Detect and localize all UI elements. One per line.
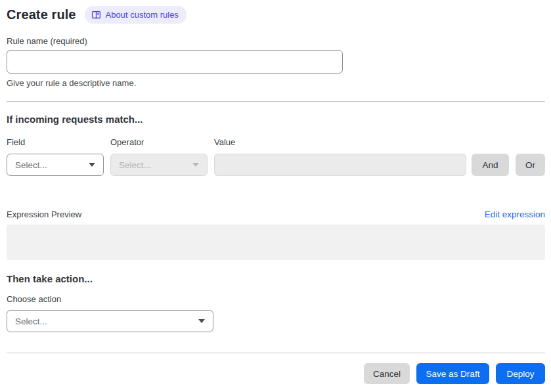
about-custom-rules-link[interactable]: About custom rules (85, 6, 187, 24)
rule-name-label: Rule name (required) (7, 36, 87, 46)
choose-action-select[interactable]: Select... (7, 310, 213, 332)
and-button[interactable]: And (472, 154, 509, 176)
or-button[interactable]: Or (516, 154, 545, 176)
page-header: Create rule About custom rules (7, 6, 545, 23)
page-title: Create rule (7, 7, 76, 22)
expression-preview-label: Expression Preview (7, 209, 81, 219)
chevron-down-icon (192, 163, 199, 167)
rule-name-helper: Give your rule a descriptive name. (7, 78, 545, 88)
match-labels-row: Field Operator Value (7, 137, 545, 147)
book-icon (91, 10, 101, 20)
choose-action-label: Choose action (7, 294, 545, 304)
operator-label: Operator (110, 137, 214, 147)
field-select-placeholder: Select... (15, 160, 47, 170)
edit-expression-link[interactable]: Edit expression (485, 209, 545, 219)
operator-select-placeholder: Select... (119, 160, 151, 170)
chevron-down-icon (89, 163, 95, 167)
match-section-heading: If incoming requests match... (7, 114, 545, 125)
rule-name-input[interactable] (7, 50, 343, 74)
operator-select[interactable]: Select... (110, 154, 208, 176)
chevron-down-icon (198, 319, 205, 323)
choose-action-placeholder: Select... (15, 316, 47, 326)
about-custom-rules-label: About custom rules (106, 11, 179, 19)
footer-actions: Cancel Save as Draft Deploy (7, 363, 545, 384)
footer-divider (7, 353, 545, 353)
action-section-heading: Then take action... (7, 273, 545, 285)
value-input[interactable] (214, 154, 466, 176)
value-label: Value (214, 137, 235, 147)
match-controls-row: Select... Select... And Or (7, 154, 545, 176)
create-rule-page: Create rule About custom rules Rule name… (0, 0, 551, 384)
field-label: Field (7, 137, 110, 147)
expression-preview-row: Expression Preview Edit expression (7, 209, 545, 219)
cancel-button[interactable]: Cancel (364, 363, 410, 384)
expression-preview-box (7, 225, 545, 260)
field-select[interactable]: Select... (7, 154, 104, 176)
save-as-draft-button[interactable]: Save as Draft (416, 363, 489, 384)
rule-name-group: Rule name (required) Give your rule a de… (7, 35, 545, 88)
deploy-button[interactable]: Deploy (496, 363, 545, 384)
section-divider-top (7, 101, 545, 102)
